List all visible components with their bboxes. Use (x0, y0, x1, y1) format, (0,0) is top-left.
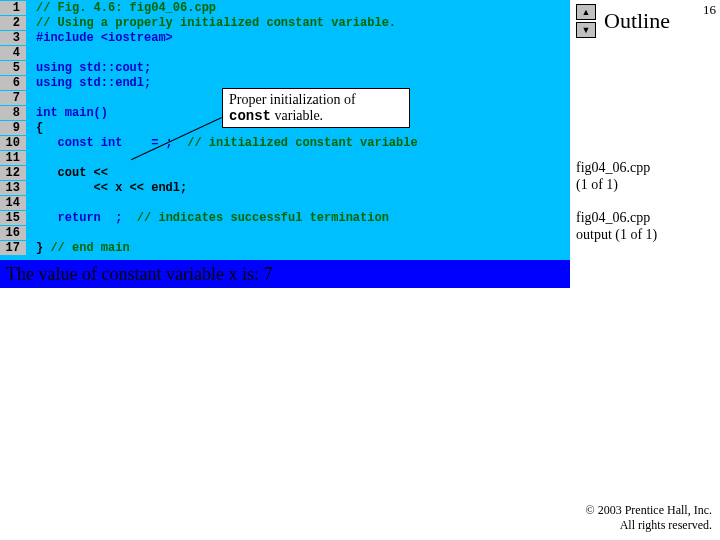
nav-next-button[interactable]: ▼ (576, 22, 596, 38)
line-number: 10 (0, 136, 26, 150)
side-label-source: fig04_06.cpp (1 of 1) (576, 160, 650, 194)
code-line: 1// Fig. 4.6: fig04_06.cpp (0, 0, 570, 15)
code-line: 14 (0, 195, 570, 210)
code-text: // Fig. 4.6: fig04_06.cpp (26, 1, 216, 15)
code-line: 10 const int = ; // initialized constant… (0, 135, 570, 150)
output-text: The value of constant variable x is: 7 (6, 264, 272, 285)
code-text: { (26, 121, 43, 135)
line-number: 3 (0, 31, 26, 45)
code-line: 16 (0, 225, 570, 240)
line-number: 2 (0, 16, 26, 30)
callout-const: const (229, 108, 271, 124)
code-area: 1// Fig. 4.6: fig04_06.cpp2// Using a pr… (0, 0, 570, 260)
code-line: 4 (0, 45, 570, 60)
code-text: int main() (26, 106, 108, 120)
code-text: return ; // indicates successful termina… (26, 211, 389, 225)
code-line: 15 return ; // indicates successful term… (0, 210, 570, 225)
code-line: 3#include <iostream> (0, 30, 570, 45)
output-strip: The value of constant variable x is: 7 (0, 260, 570, 288)
chevron-up-icon: ▲ (582, 7, 591, 17)
code-text: } // end main (26, 241, 130, 255)
line-number: 14 (0, 196, 26, 210)
side-label-source-file: fig04_06.cpp (576, 160, 650, 177)
side-label-output-page: output (1 of 1) (576, 227, 657, 244)
line-number: 17 (0, 241, 26, 255)
line-number: 5 (0, 61, 26, 75)
chevron-down-icon: ▼ (582, 25, 591, 35)
side-label-output-file: fig04_06.cpp (576, 210, 657, 227)
line-number: 8 (0, 106, 26, 120)
code-line: 12 cout << (0, 165, 570, 180)
code-line: 13 << x << endl; (0, 180, 570, 195)
copyright-line2: All rights reserved. (586, 518, 712, 532)
sidebar: ▲ ▼ Outline 16 fig04_06.cpp (1 of 1) fig… (570, 0, 720, 540)
line-number: 11 (0, 151, 26, 165)
copyright-line1: © 2003 Prentice Hall, Inc. (586, 503, 712, 517)
line-number: 9 (0, 121, 26, 135)
line-number: 7 (0, 91, 26, 105)
copyright: © 2003 Prentice Hall, Inc. All rights re… (586, 503, 712, 532)
code-line: 5using std::cout; (0, 60, 570, 75)
callout-line1: Proper initialization of (229, 92, 403, 108)
line-number: 12 (0, 166, 26, 180)
line-number: 16 (0, 226, 26, 240)
side-label-source-page: (1 of 1) (576, 177, 650, 194)
code-text: // Using a properly initialized constant… (26, 16, 396, 30)
line-number: 6 (0, 76, 26, 90)
code-text: const int = ; // initialized constant va… (26, 136, 418, 150)
side-label-output: fig04_06.cpp output (1 of 1) (576, 210, 657, 244)
code-text: using std::cout; (26, 61, 151, 75)
callout-line2b: variable. (271, 108, 323, 123)
code-text: << x << endl; (26, 181, 187, 195)
callout-box: Proper initialization of const variable. (222, 88, 410, 128)
line-number: 1 (0, 1, 26, 15)
nav-prev-button[interactable]: ▲ (576, 4, 596, 20)
code-line: 11 (0, 150, 570, 165)
page-number: 16 (703, 2, 716, 18)
code-text: #include <iostream> (26, 31, 173, 45)
code-line: 2// Using a properly initialized constan… (0, 15, 570, 30)
code-text: using std::endl; (26, 76, 151, 90)
outline-title: Outline (604, 8, 670, 34)
line-number: 15 (0, 211, 26, 225)
code-line: 17} // end main (0, 240, 570, 255)
code-text: cout << (26, 166, 115, 180)
line-number: 13 (0, 181, 26, 195)
line-number: 4 (0, 46, 26, 60)
